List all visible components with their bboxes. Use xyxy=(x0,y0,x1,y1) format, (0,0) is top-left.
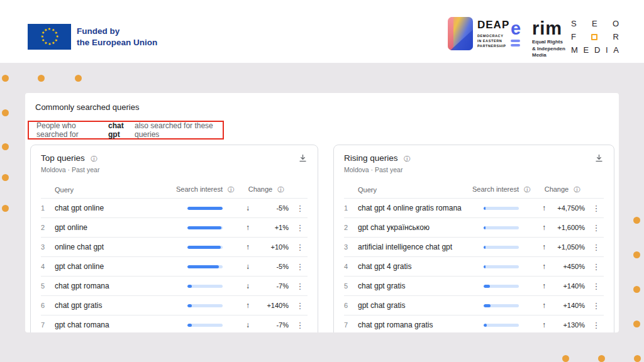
kebab-menu-icon[interactable]: ⋮ xyxy=(589,321,604,330)
column-query: Query xyxy=(358,186,467,194)
deap-sub-line3: PARTNERSHIP xyxy=(477,43,509,48)
kebab-menu-icon[interactable]: ⋮ xyxy=(589,301,604,310)
change-percent: -7% xyxy=(276,321,289,329)
row-query: chat gpt romana xyxy=(55,282,170,290)
kebab-menu-icon[interactable]: ⋮ xyxy=(292,262,308,272)
bar-track xyxy=(484,265,519,268)
row-rank: 4 xyxy=(41,263,55,270)
change-arrow-icon: ↑ xyxy=(246,223,250,232)
table-row: 5 chat gpt romana ↓ -7% ⋮ xyxy=(41,277,308,296)
kebab-menu-icon[interactable]: ⋮ xyxy=(292,223,308,233)
kebab-menu-icon[interactable]: ⋮ xyxy=(589,262,604,272)
info-icon[interactable]: ⓘ xyxy=(574,186,580,193)
decorative-dot xyxy=(2,109,9,116)
bar-fill xyxy=(484,226,486,229)
decorative-dot xyxy=(633,286,640,293)
seo-letter: F xyxy=(571,32,576,41)
info-icon[interactable]: ⓘ xyxy=(524,186,530,193)
change-percent: +1,050% xyxy=(557,243,585,251)
search-interest-bar xyxy=(467,207,536,210)
search-interest-bar xyxy=(170,324,240,327)
bar-fill xyxy=(484,324,487,327)
erim-sub-line3: Media xyxy=(532,52,565,59)
info-icon[interactable]: ⓘ xyxy=(404,155,410,162)
table-scope: Moldova · Past year xyxy=(41,166,99,173)
search-interest-bar xyxy=(170,304,240,307)
bar-fill xyxy=(484,285,490,288)
decorative-dot xyxy=(2,143,9,150)
bar-track xyxy=(187,324,223,327)
row-rank: 6 xyxy=(41,302,55,309)
change-percent: -5% xyxy=(276,204,289,212)
column-change: Change ⓘ xyxy=(240,185,292,194)
table-row: 2 gpt chat українською ↑ +1,600% ⋮ xyxy=(344,218,604,238)
rising-queries-table: Rising queries ⓘ Moldova · Past year Que… xyxy=(333,145,614,332)
row-change: ↑ +1% xyxy=(240,223,292,232)
row-query: online chat gpt xyxy=(55,243,170,251)
bar-track xyxy=(484,304,519,307)
seo-letter: D xyxy=(594,45,600,55)
table-row: 1 chat gpt 4 online gratis romana ↑ +4,7… xyxy=(344,199,604,218)
search-interest-bar xyxy=(467,304,536,307)
table-row: 3 online chat gpt ↑ +10% ⋮ xyxy=(41,238,308,257)
subtitle-prefix: People who searched for xyxy=(36,121,106,139)
download-icon[interactable] xyxy=(298,153,308,165)
decorative-dot xyxy=(75,75,82,82)
kebab-menu-icon[interactable]: ⋮ xyxy=(589,282,604,291)
table-row: 6 gpt chat gratis ↑ +140% ⋮ xyxy=(344,296,604,315)
info-icon[interactable]: ⓘ xyxy=(91,155,97,162)
search-interest-bar xyxy=(170,226,240,229)
change-percent: +140% xyxy=(563,282,585,290)
change-arrow-icon: ↓ xyxy=(246,321,250,329)
change-percent: +450% xyxy=(563,263,585,270)
row-query: gpt chat online xyxy=(55,262,170,271)
change-arrow-icon: ↑ xyxy=(542,321,546,329)
row-query: gpt chat gratis xyxy=(358,301,467,310)
column-change: Change ⓘ xyxy=(536,185,589,194)
kebab-menu-icon[interactable]: ⋮ xyxy=(589,223,604,233)
seo-letter: R xyxy=(613,32,619,41)
info-icon[interactable]: ⓘ xyxy=(228,186,234,193)
eu-funding-line2: the European Union xyxy=(77,37,157,48)
download-icon[interactable] xyxy=(594,153,604,165)
top-queries-table: Top queries ⓘ Moldova · Past year Query … xyxy=(30,145,318,332)
bar-track xyxy=(187,265,223,268)
change-arrow-icon: ↑ xyxy=(542,262,546,271)
kebab-menu-icon[interactable]: ⋮ xyxy=(589,243,604,252)
row-rank: 5 xyxy=(41,282,55,290)
kebab-menu-icon[interactable]: ⋮ xyxy=(589,204,604,213)
deap-sub-line1: DEMOCRACY xyxy=(477,33,509,38)
bar-fill xyxy=(187,246,221,249)
row-change: ↑ +140% xyxy=(536,282,589,290)
search-interest-bar xyxy=(170,285,240,288)
row-change: ↑ +1,050% xyxy=(536,243,589,251)
kebab-menu-icon[interactable]: ⋮ xyxy=(292,243,308,252)
bar-fill xyxy=(484,304,491,307)
change-arrow-icon: ↓ xyxy=(246,282,250,290)
row-query: chat gpt gratis xyxy=(55,301,170,310)
row-query: chat gpt gratis xyxy=(358,282,467,290)
bar-fill xyxy=(484,265,486,268)
row-change: ↑ +140% xyxy=(240,301,292,310)
table-rows: 1 chat gpt online ↓ -5% ⋮ 2 gpt online ↑… xyxy=(41,199,308,332)
table-row: 1 chat gpt online ↓ -5% ⋮ xyxy=(41,199,308,218)
decorative-dot xyxy=(633,217,640,224)
decorative-dot xyxy=(2,174,9,181)
table-row: 7 gpt chat romana ↓ -7% ⋮ xyxy=(41,315,308,332)
kebab-menu-icon[interactable]: ⋮ xyxy=(292,282,308,291)
kebab-menu-icon[interactable]: ⋮ xyxy=(292,301,308,310)
change-percent: +130% xyxy=(563,321,585,329)
erim-logo-rim: rim xyxy=(532,20,565,36)
kebab-menu-icon[interactable]: ⋮ xyxy=(292,204,308,213)
bar-fill xyxy=(187,285,192,288)
column-query: Query xyxy=(55,186,170,194)
decorative-dot xyxy=(2,75,9,82)
row-rank: 7 xyxy=(344,321,358,329)
row-change: ↑ +1,600% xyxy=(536,223,589,232)
seo-for-media-logo: S E O F R M E D I A xyxy=(571,19,619,59)
row-change: ↑ +10% xyxy=(240,243,292,251)
bar-track xyxy=(484,285,519,288)
decorative-dot xyxy=(38,75,45,82)
kebab-menu-icon[interactable]: ⋮ xyxy=(292,321,308,330)
info-icon[interactable]: ⓘ xyxy=(277,186,284,193)
